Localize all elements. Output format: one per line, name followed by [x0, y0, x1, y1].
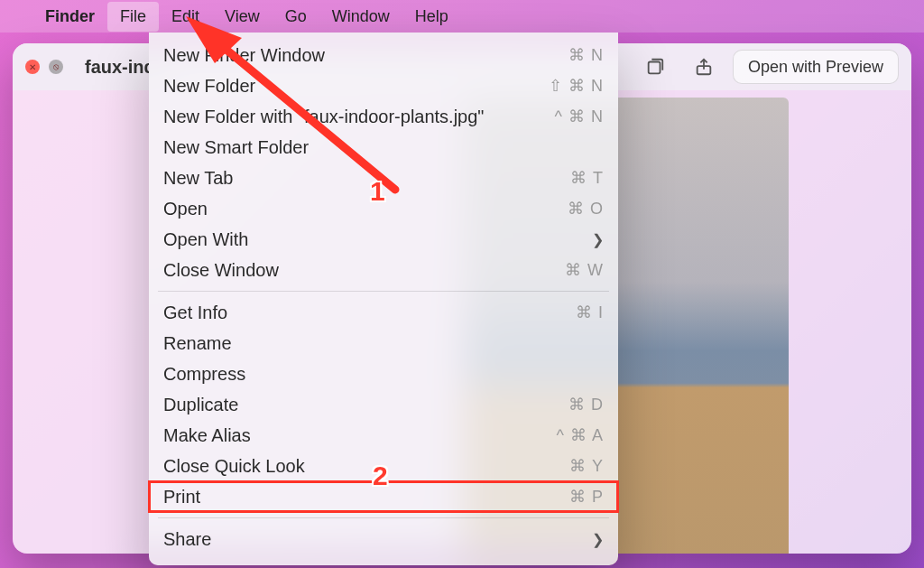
menu-item-label: Get Info [163, 303, 576, 323]
menu-item-label: Print [163, 487, 569, 507]
menu-item-shortcut: ⌘ O [568, 199, 604, 219]
menu-item-get-info[interactable]: Get Info⌘ I [149, 297, 618, 328]
close-window-button[interactable]: ✕ [25, 60, 40, 74]
menu-item-new-finder-window[interactable]: New Finder Window⌘ N [149, 40, 618, 70]
window-title: faux-ind [85, 57, 155, 78]
menu-item-file[interactable]: File [107, 2, 159, 32]
open-with-preview-button[interactable]: Open with Preview [733, 50, 899, 84]
menu-item-label: Compress [163, 364, 604, 385]
menu-item-label: New Folder with "faux-indoor-plants.jpg" [163, 107, 555, 127]
chevron-right-icon: ❯ [592, 531, 604, 548]
share-icon[interactable] [684, 50, 724, 84]
menu-item-label: New Folder [163, 76, 549, 97]
menu-item-close-quick-look[interactable]: Close Quick Look⌘ Y [149, 451, 618, 481]
menu-app-name[interactable]: Finder [32, 2, 107, 32]
file-menu-dropdown: New Finder Window⌘ NNew Folder⇧ ⌘ NNew F… [149, 33, 618, 565]
traffic-lights: ✕ ⦸ [25, 60, 63, 74]
menu-item-compress[interactable]: Compress [149, 358, 618, 389]
open-with-preview-label: Open with Preview [748, 58, 883, 77]
menu-item-new-smart-folder[interactable]: New Smart Folder [149, 132, 618, 163]
menu-item-label: Make Alias [163, 425, 557, 446]
menu-item-label: New Finder Window [163, 45, 568, 66]
menu-item-shortcut: ⌘ W [565, 260, 604, 280]
menu-item-label: Open [163, 199, 568, 219]
menu-item-label: Share [163, 529, 592, 550]
menu-item-go[interactable]: Go [273, 2, 319, 32]
menu-item-close-window[interactable]: Close Window⌘ W [149, 255, 618, 285]
menu-item-shortcut: ⌘ T [570, 168, 604, 188]
menu-item-label: Close Window [163, 260, 565, 281]
menu-item-shortcut: ⌘ N [568, 45, 604, 65]
minimize-window-button[interactable]: ⦸ [49, 60, 63, 74]
new-window-icon[interactable] [635, 50, 675, 84]
menu-item-help[interactable]: Help [402, 2, 461, 32]
menu-item-open-with[interactable]: Open With❯ [149, 224, 618, 255]
menu-bar: Finder FileEditViewGoWindowHelp [0, 0, 924, 33]
menu-item-shortcut: ^ ⌘ N [555, 107, 604, 126]
menu-item-duplicate[interactable]: Duplicate⌘ D [149, 389, 618, 420]
menu-item-view[interactable]: View [212, 2, 273, 32]
menu-item-shortcut: ^ ⌘ A [557, 425, 604, 445]
menu-item-label: Close Quick Look [163, 456, 569, 477]
menu-item-shortcut: ⌘ D [568, 395, 604, 414]
menu-separator [158, 517, 609, 518]
menu-item-label: New Smart Folder [163, 137, 604, 158]
menu-item-window[interactable]: Window [319, 2, 402, 32]
menu-item-rename[interactable]: Rename [149, 328, 618, 358]
menu-item-shortcut: ⌘ I [576, 303, 604, 322]
menu-separator [158, 291, 609, 292]
menu-item-new-folder[interactable]: New Folder⇧ ⌘ N [149, 70, 618, 101]
chevron-right-icon: ❯ [592, 231, 604, 248]
menu-item-shortcut: ⌘ Y [569, 456, 604, 476]
svg-rect-0 [649, 62, 661, 74]
menu-item-share[interactable]: Share❯ [149, 524, 618, 554]
menu-item-new-folder-with-faux-indoor-plants-jpg[interactable]: New Folder with "faux-indoor-plants.jpg"… [149, 101, 618, 132]
menu-item-print[interactable]: Print⌘ P [149, 481, 618, 512]
menu-item-label: Open With [163, 229, 592, 250]
menu-item-open[interactable]: Open⌘ O [149, 193, 618, 224]
menu-item-edit[interactable]: Edit [159, 2, 212, 32]
menu-item-make-alias[interactable]: Make Alias^ ⌘ A [149, 420, 618, 451]
menu-item-shortcut: ⇧ ⌘ N [549, 76, 604, 96]
menu-item-label: Duplicate [163, 395, 568, 415]
menu-item-shortcut: ⌘ P [569, 487, 604, 507]
menu-item-label: New Tab [163, 168, 570, 189]
menu-item-label: Rename [163, 333, 604, 354]
menu-item-new-tab[interactable]: New Tab⌘ T [149, 163, 618, 193]
